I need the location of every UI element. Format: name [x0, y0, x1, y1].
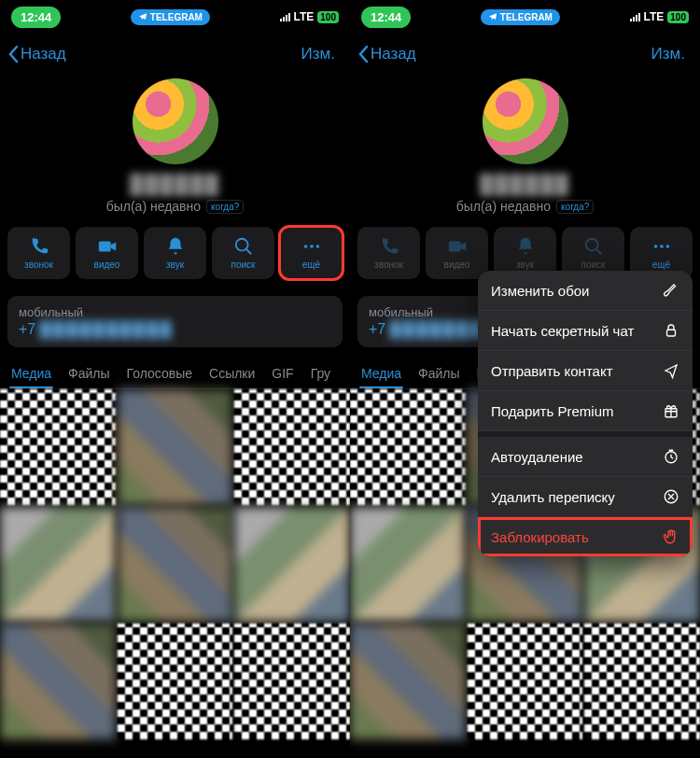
telegram-pill: TELEGRAM	[481, 9, 560, 25]
phone-icon	[379, 236, 399, 257]
tab-files[interactable]: Файлы	[68, 366, 109, 381]
tab-links[interactable]: Ссылки	[209, 366, 255, 381]
back-button[interactable]: Назад	[7, 45, 66, 63]
media-thumb[interactable]	[118, 507, 233, 623]
call-button[interactable]: звонок	[357, 227, 420, 279]
back-button[interactable]: Назад	[357, 45, 416, 63]
dots-icon	[651, 236, 672, 257]
media-thumb[interactable]	[0, 624, 116, 739]
menu-gift-premium[interactable]: Подарить Premium	[478, 391, 693, 431]
profile-name: ██████	[130, 174, 220, 195]
when-badge[interactable]: когда?	[556, 200, 594, 214]
dots-icon	[301, 236, 322, 257]
profile-header: ██████ был(а) недавно когда?	[0, 75, 350, 214]
media-thumb[interactable]	[0, 389, 116, 505]
svg-point-3	[310, 245, 314, 248]
media-thumb[interactable]	[234, 624, 350, 739]
video-icon	[447, 236, 468, 257]
svg-point-6	[585, 239, 597, 251]
signal-block: LTE 100	[280, 10, 339, 23]
svg-point-9	[665, 245, 669, 248]
last-seen: был(а) недавно когда?	[456, 199, 595, 214]
media-thumb[interactable]	[350, 389, 466, 505]
when-badge[interactable]: когда?	[206, 200, 244, 214]
bell-icon	[515, 236, 536, 257]
menu-send-contact[interactable]: Отправить контакт	[478, 351, 693, 391]
media-grid	[0, 389, 350, 739]
gift-icon	[663, 402, 679, 419]
tab-media[interactable]: Медиа	[11, 366, 51, 381]
clock: 12:44	[361, 7, 411, 28]
share-icon	[663, 362, 679, 379]
profile-name: ██████	[480, 174, 570, 195]
menu-clear-history[interactable]: Удалить переписку	[478, 477, 693, 517]
screenshot-left: 12:44 TELEGRAM LTE 100 Назад Изм. ██████…	[0, 0, 350, 758]
signal-bars-icon	[280, 12, 290, 21]
last-seen: был(а) недавно когда?	[106, 199, 245, 214]
call-button[interactable]: звонок	[7, 227, 70, 279]
edit-button[interactable]: Изм.	[651, 45, 693, 63]
search-icon	[583, 236, 604, 257]
svg-rect-0	[98, 242, 110, 252]
action-row: звонок видео звук поиск ещё	[0, 214, 350, 288]
search-icon	[233, 236, 254, 257]
status-bar: 12:44 TELEGRAM LTE 100	[0, 0, 350, 34]
video-button[interactable]: видео	[426, 227, 488, 279]
bell-icon	[165, 236, 186, 257]
profile-header: ██████ был(а) недавно когда?	[350, 75, 700, 214]
chevron-left-icon	[357, 45, 369, 63]
svg-rect-10	[667, 330, 676, 336]
media-thumb[interactable]	[118, 624, 233, 739]
tab-files[interactable]: Файлы	[418, 366, 459, 381]
video-button[interactable]: видео	[76, 227, 138, 279]
svg-point-1	[235, 239, 247, 251]
media-thumb[interactable]	[468, 624, 583, 739]
svg-point-7	[653, 245, 657, 248]
media-thumb[interactable]	[234, 507, 350, 623]
svg-point-4	[315, 245, 319, 248]
svg-rect-5	[448, 242, 460, 252]
mute-button[interactable]: звук	[144, 227, 206, 279]
hand-icon	[663, 528, 679, 545]
timer-icon	[663, 448, 679, 465]
media-thumb[interactable]	[118, 389, 233, 505]
phone-icon	[29, 236, 49, 257]
more-button[interactable]: ещё	[280, 227, 343, 279]
search-button[interactable]: поиск	[212, 227, 274, 279]
tab-voice[interactable]: Голосовые	[127, 366, 192, 381]
lock-icon	[663, 322, 679, 339]
telegram-pill: TELEGRAM	[131, 9, 210, 25]
avatar[interactable]	[483, 78, 568, 164]
nav-bar: Назад Изм.	[350, 34, 700, 75]
tab-gif[interactable]: GIF	[272, 366, 293, 381]
menu-secret-chat[interactable]: Начать секретный чат	[478, 311, 693, 351]
chevron-left-icon	[7, 45, 19, 63]
media-thumb[interactable]	[350, 624, 466, 739]
clock: 12:44	[11, 7, 61, 28]
menu-autodelete[interactable]: Автоудаление	[478, 431, 693, 477]
svg-point-8	[660, 245, 664, 248]
more-menu: Изменить обои Начать секретный чат Отпра…	[478, 271, 693, 556]
edit-button[interactable]: Изм.	[301, 45, 343, 63]
tab-groups[interactable]: Гру	[311, 366, 330, 381]
menu-change-wallpaper[interactable]: Изменить обои	[478, 271, 693, 311]
battery-icon: 100	[317, 11, 339, 23]
media-thumb[interactable]	[584, 624, 700, 739]
phone-value: +7 ██████████	[19, 321, 331, 338]
media-thumb[interactable]	[350, 507, 466, 623]
avatar[interactable]	[133, 78, 218, 164]
screenshot-right: 12:44 TELEGRAM LTE 100 Назад Изм. ██████…	[350, 0, 700, 758]
menu-block-user[interactable]: Заблокировать	[478, 517, 693, 556]
media-tabs: Медиа Файлы Голосовые Ссылки GIF Гру	[0, 355, 350, 389]
phone-card[interactable]: мобильный +7 ██████████	[7, 296, 343, 347]
phone-label: мобильный	[19, 305, 331, 319]
video-icon	[97, 236, 118, 257]
svg-point-2	[303, 245, 307, 248]
tab-media[interactable]: Медиа	[361, 366, 401, 381]
media-thumb[interactable]	[234, 389, 350, 505]
media-thumb[interactable]	[0, 507, 116, 623]
brush-icon	[663, 282, 679, 299]
nav-bar: Назад Изм.	[0, 34, 350, 75]
signal-bars-icon	[630, 12, 640, 21]
delete-chat-icon	[663, 488, 679, 505]
